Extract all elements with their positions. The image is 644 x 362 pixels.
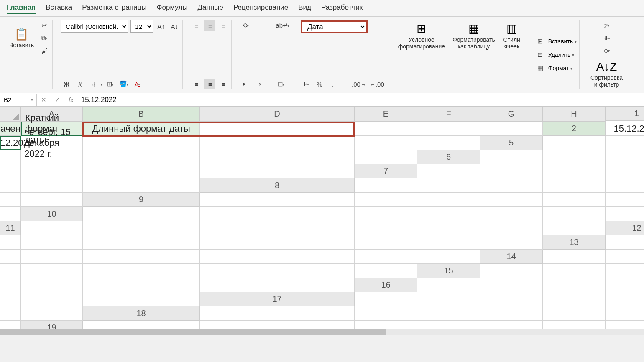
cell-A11[interactable] — [21, 221, 83, 235]
cell-F9[interactable] — [543, 193, 606, 207]
fill-color-button[interactable]: 🪣▾ — [118, 79, 129, 89]
sort-filter-button[interactable]: A↓ZСортировка и фильтр — [588, 59, 625, 89]
cell-B2[interactable]: 15.12.2022 — [0, 136, 21, 150]
cell-D14[interactable] — [0, 264, 21, 278]
cell-B12[interactable] — [21, 235, 83, 250]
row-header-15[interactable]: 15 — [417, 264, 480, 278]
cell-E1[interactable] — [200, 122, 355, 136]
fx-icon[interactable]: fx — [64, 96, 78, 103]
cell-A17[interactable] — [355, 292, 417, 306]
tab-page-layout[interactable]: Разметка страницы — [82, 3, 146, 14]
autosum-icon[interactable]: Σ▾ — [601, 20, 612, 31]
row-header-12[interactable]: 12 — [606, 221, 644, 235]
cell-H14[interactable] — [355, 264, 417, 278]
cell-H13[interactable] — [417, 250, 480, 264]
cell-B11[interactable] — [83, 221, 200, 235]
cell-F12[interactable] — [355, 235, 417, 250]
font-family-select[interactable]: Calibri (Основной… — [61, 20, 128, 33]
copy-icon[interactable]: ⧉▾ — [39, 33, 50, 43]
cell-F5[interactable] — [83, 150, 200, 164]
cell-A14[interactable] — [543, 250, 606, 264]
increase-indent-icon[interactable]: ⇥ — [253, 79, 264, 89]
cell-E17[interactable] — [543, 292, 606, 306]
delete-cells-icon[interactable]: ⊟ — [535, 49, 546, 60]
cell-F17[interactable] — [606, 292, 644, 306]
conditional-formatting-button[interactable]: ⊞Условное форматирование — [396, 20, 447, 51]
insert-cells-icon[interactable]: ⊞ — [535, 36, 546, 47]
col-header-F[interactable]: F — [417, 107, 480, 122]
cell-G9[interactable] — [606, 193, 644, 207]
row-header-8[interactable]: 8 — [200, 178, 355, 193]
bold-button[interactable]: Ж — [61, 79, 72, 89]
row-header-7[interactable]: 7 — [355, 164, 417, 178]
row-header-1[interactable]: 1 — [606, 107, 644, 121]
decrease-font-icon[interactable]: A↓ — [169, 21, 180, 32]
borders-button[interactable]: ⊞▾ — [105, 79, 116, 89]
cell-D10[interactable] — [355, 207, 417, 221]
cell-F14[interactable] — [83, 264, 200, 278]
format-cells-icon[interactable]: ▦ — [535, 63, 546, 74]
cell-H7[interactable] — [83, 178, 200, 193]
cell-H17[interactable] — [21, 306, 83, 321]
align-center-icon[interactable]: ≡ — [204, 79, 215, 89]
cell-E8[interactable] — [543, 178, 606, 193]
underline-button[interactable]: Ч — [88, 79, 99, 89]
cell-G10[interactable] — [543, 207, 606, 221]
cell-A8[interactable] — [355, 178, 417, 193]
merge-cells-icon[interactable]: ⊟▾ — [276, 79, 286, 89]
cell-D16[interactable] — [543, 278, 606, 292]
cancel-formula-icon[interactable]: ✕ — [37, 96, 51, 104]
select-all-corner[interactable] — [0, 107, 21, 122]
cell-F18[interactable] — [543, 306, 606, 321]
cell-B15[interactable] — [543, 264, 606, 278]
comma-icon[interactable]: , — [327, 79, 338, 89]
cell-D5[interactable] — [0, 150, 21, 164]
cell-F6[interactable] — [21, 164, 83, 178]
cell-B8[interactable] — [417, 178, 480, 193]
row-header-13[interactable]: 13 — [543, 235, 606, 250]
row-header-9[interactable]: 9 — [83, 193, 200, 207]
cell-F1[interactable] — [355, 122, 417, 136]
tab-data[interactable]: Данные — [198, 3, 223, 14]
cell-B5[interactable] — [606, 136, 644, 150]
cell-B13[interactable] — [0, 250, 21, 264]
align-middle-icon[interactable]: ≡ — [204, 20, 215, 31]
cell-F16[interactable] — [0, 292, 21, 306]
cell-D6[interactable] — [606, 150, 644, 164]
cell-A18[interactable] — [200, 306, 355, 321]
cell-B14[interactable] — [606, 250, 644, 264]
cell-H8[interactable] — [21, 193, 83, 207]
cell-D1[interactable]: Длинный формат даты — [83, 122, 200, 136]
cell-G7[interactable] — [21, 178, 83, 193]
cell-G16[interactable] — [21, 292, 83, 306]
cell-B7[interactable] — [480, 164, 543, 178]
cell-G17[interactable] — [0, 306, 21, 321]
cell-E2[interactable] — [83, 136, 200, 150]
currency-icon[interactable]: ₽▾ — [301, 79, 312, 89]
cell-H5[interactable] — [355, 150, 417, 164]
align-left-icon[interactable]: ≡ — [191, 79, 202, 89]
cell-G18[interactable] — [606, 306, 644, 321]
cell-G8[interactable] — [0, 193, 21, 207]
cell-F7[interactable] — [0, 178, 21, 193]
cell-G12[interactable] — [417, 235, 480, 250]
col-header-B[interactable]: B — [83, 107, 200, 122]
cell-F11[interactable] — [417, 221, 480, 235]
cell-D12[interactable] — [83, 235, 200, 250]
format-painter-icon[interactable]: 🖌 — [39, 45, 50, 56]
format-as-table-button[interactable]: ▦Форматировать как таблицу — [450, 20, 498, 51]
cell-H1[interactable] — [480, 122, 543, 136]
font-color-button[interactable]: A▾ — [132, 79, 143, 89]
col-header-H[interactable]: H — [543, 107, 606, 122]
cell-E10[interactable] — [417, 207, 480, 221]
cell-D13[interactable] — [21, 250, 83, 264]
cell-E11[interactable] — [355, 221, 417, 235]
cell-E7[interactable] — [606, 164, 644, 178]
row-header-14[interactable]: 14 — [480, 250, 543, 264]
align-bottom-icon[interactable]: ≡ — [218, 20, 229, 31]
row-header-2[interactable]: 2 — [543, 122, 606, 136]
cell-A6[interactable] — [480, 150, 543, 164]
fill-icon[interactable]: ⬇▾ — [601, 33, 612, 43]
cell-A9[interactable] — [200, 193, 355, 207]
tab-review[interactable]: Рецензирование — [233, 3, 288, 14]
